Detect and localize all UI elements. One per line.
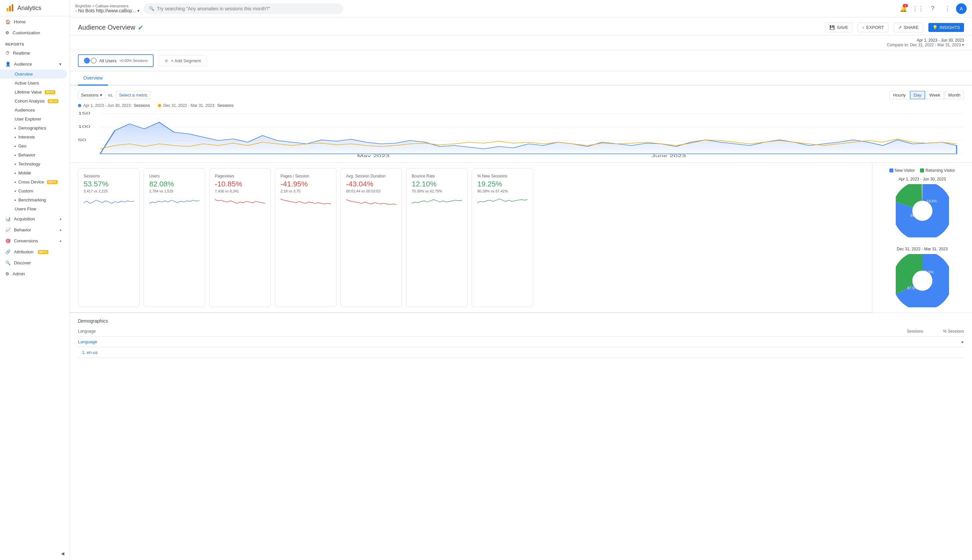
beta-badge-attr: BETA — [38, 250, 48, 254]
granularity-week[interactable]: Week — [926, 91, 944, 99]
metric-selector[interactable]: Sessions ▾ — [78, 91, 105, 99]
sidebar-item-discover[interactable]: 🔍 Discover — [0, 257, 67, 268]
home-label: Home — [14, 19, 26, 24]
sidebar-sub-item-users-flow[interactable]: Users Flow — [0, 205, 67, 213]
sidebar-sub-item-lifetime-value[interactable]: Lifetime Value BETA — [0, 88, 67, 97]
legend-item-2: Dec 31, 2022 - Mar 31, 2023: Sessions — [158, 103, 234, 108]
demographics-header: Language Sessions % Sessions — [78, 326, 964, 337]
collapse-sidebar-button[interactable]: ◀ — [0, 547, 70, 560]
sidebar-sub-item-cross-device[interactable]: ▸ Cross Device BETA — [0, 177, 67, 187]
metric-card-sessions[interactable]: Sessions 53.57% 3,417 vs 2,225 — [78, 168, 140, 307]
metric-card-pages-per-session[interactable]: Pages / Session -41.95% 2.18 vs 3.75 — [275, 168, 336, 307]
sidebar-sub-item-overview[interactable]: Overview — [0, 70, 67, 78]
sidebar-item-admin[interactable]: ⚙ Admin — [0, 268, 67, 279]
metric-card-users[interactable]: Users 82.08% 2,784 vs 1,529 — [144, 168, 205, 307]
metric-card-new-sessions[interactable]: % New Sessions 19.25% 80.39% vs 67.42% — [472, 168, 533, 307]
date-range-bar[interactable]: Apr 1, 2023 - Jun 30, 2023 Compare to: D… — [70, 35, 972, 50]
sidebar-nav-home[interactable]: 🏠 Home — [0, 16, 67, 27]
segment-chip[interactable]: All Users +0.00% Sessions — [78, 54, 154, 67]
sidebar-sub-item-cohort[interactable]: Cohort Analysis BETA — [0, 97, 67, 105]
metric-label-pageviews: Pageviews — [215, 174, 265, 178]
export-button[interactable]: ↑ EXPORT — [858, 23, 888, 32]
chevron-right-icon5: ▸ — [15, 162, 16, 166]
notification-badge: 1 — [903, 4, 908, 7]
svg-marker-10 — [100, 122, 957, 154]
behavior-main-label: Behavior — [14, 227, 31, 232]
sidebar-item-conversions[interactable]: 🎯 Conversions ▸ — [0, 235, 67, 247]
notification-button[interactable]: 🔔 1 — [897, 3, 909, 15]
beta-badge-cross: BETA — [47, 180, 58, 184]
pie-chart-1: 80.4% 19.6% — [896, 184, 949, 237]
sidebar-sub-item-benchmarking[interactable]: ▸ Benchmarking — [0, 195, 67, 205]
pie-legend-dot-new — [889, 168, 894, 172]
demographics-row-language[interactable]: Language ▸ — [78, 337, 964, 347]
tab-overview[interactable]: Overview — [78, 71, 108, 85]
sidebar-sub-item-active-users[interactable]: Active Users — [0, 78, 67, 88]
language-link[interactable]: Language — [78, 339, 97, 344]
sidebar-sub-item-user-explorer[interactable]: User Explorer — [0, 115, 67, 123]
search-bar[interactable]: 🔍 — [144, 3, 343, 14]
sparkline-pageviews — [215, 196, 265, 207]
lifetime-value-label: Lifetime Value — [15, 90, 42, 95]
pie-charts-section: New Visitor Returning Visitor Apr 1, 202… — [872, 163, 972, 313]
chevron-right-icon: ▸ — [15, 126, 16, 130]
sidebar-nav-customization[interactable]: ⚙ Customization — [0, 27, 67, 38]
metric-card-bounce-rate[interactable]: Bounce Rate 12.10% 70.38% vs 62.79% — [406, 168, 468, 307]
sidebar-sub-item-behavior[interactable]: ▸ Behavior — [0, 150, 67, 160]
help-icon: ? — [931, 5, 934, 12]
chart-section: Sessions ▾ vs. Select a metric Hourly Da… — [70, 85, 972, 163]
avatar-letter: A — [960, 6, 963, 11]
pie-legend-dot-returning — [920, 168, 924, 172]
customization-icon: ⚙ — [5, 30, 9, 35]
month-label: Month — [949, 93, 960, 98]
share-label: SHARE — [904, 25, 919, 30]
sparkline-bounce-rate — [412, 196, 462, 207]
lang-en-us-label[interactable]: 1. en-us — [78, 350, 98, 355]
select-metric-button[interactable]: Select a metric — [116, 91, 150, 99]
sidebar-sub-item-technology[interactable]: ▸ Technology — [0, 160, 67, 168]
breadcrumb-bottom[interactable]: - No Bots http://www.calliop... ▾ — [75, 8, 140, 13]
metric-card-avg-duration[interactable]: Avg. Session Duration -43.04% 00:01:44 v… — [341, 168, 402, 307]
active-users-label: Active Users — [15, 80, 39, 85]
chevron-right-icon6: ▸ — [15, 171, 16, 175]
help-button[interactable]: ? — [927, 3, 939, 15]
segment-bar: All Users +0.00% Sessions ⊕ + Add Segmen… — [70, 50, 972, 71]
sidebar-sub-item-mobile[interactable]: ▸ Mobile — [0, 168, 67, 177]
sidebar-item-attribution[interactable]: 🔗 Attribution BETA — [0, 247, 67, 257]
share-button[interactable]: ↗ SHARE — [894, 23, 923, 32]
topbar-icons: 🔔 1 ⋮⋮ ? ⋮ A — [897, 3, 967, 15]
sidebar-sub-item-geo[interactable]: ▸ Geo — [0, 142, 67, 150]
sidebar-sub-item-audiences[interactable]: Audiences — [0, 105, 67, 115]
more-options-button[interactable]: ⋮ — [941, 3, 954, 15]
insights-button[interactable]: 💡 INSIGHTS — [929, 23, 964, 32]
page-title-text: Audience Overview — [78, 23, 135, 31]
breadcrumb-bottom-text: - No Bots http://www.calliop... — [75, 8, 136, 13]
compare-range: Dec 31, 2022 - Mar 31, 2023 — [910, 43, 961, 47]
sidebar-item-audience[interactable]: 👤 Audience ▾ — [0, 58, 67, 70]
granularity-hourly[interactable]: Hourly — [889, 91, 909, 99]
demographics-row-en-us[interactable]: 1. en-us — [78, 347, 964, 358]
discover-label: Discover — [14, 260, 31, 265]
metric-card-pageviews[interactable]: Pageviews -10.85% 7,436 vs 8,341 — [209, 168, 271, 307]
granularity-day[interactable]: Day — [910, 91, 925, 99]
sidebar-sub-item-interests[interactable]: ▸ Interests — [0, 133, 67, 142]
metric-dropdown-icon: ▾ — [100, 93, 102, 98]
granularity-month[interactable]: Month — [945, 91, 964, 99]
save-button[interactable]: 💾 SAVE — [825, 23, 852, 32]
search-input[interactable] — [157, 6, 338, 11]
sidebar-item-acquisition[interactable]: 📊 Acquisition ▸ — [0, 213, 67, 224]
svg-text:100: 100 — [78, 125, 90, 129]
sidebar-sub-item-demographics[interactable]: ▸ Demographics — [0, 123, 67, 133]
legend-item-1: Apr 1, 2023 - Jun 30, 2023: Sessions — [78, 103, 150, 108]
sidebar-item-realtime[interactable]: ⏱ Realtime — [0, 48, 67, 58]
apps-button[interactable]: ⋮⋮ — [912, 3, 924, 15]
sidebar-item-behavior-main[interactable]: 📈 Behavior ▸ — [0, 224, 67, 235]
pie-svg-1 — [896, 184, 949, 237]
export-icon: ↑ — [862, 25, 864, 30]
admin-icon: ⚙ — [5, 271, 9, 276]
legend-metric-1: Sessions — [134, 103, 150, 108]
avatar[interactable]: A — [956, 3, 967, 14]
sidebar-sub-item-custom[interactable]: ▸ Custom — [0, 187, 67, 195]
add-segment-button[interactable]: ⊕ + Add Segment — [159, 55, 206, 66]
metric-selector-label: Sessions — [81, 93, 99, 98]
